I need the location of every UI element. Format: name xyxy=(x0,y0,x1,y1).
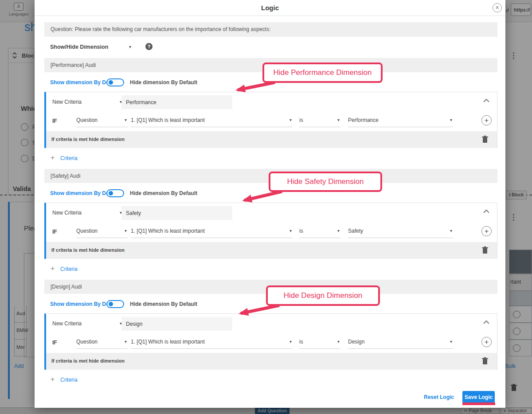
modal-title: Logic xyxy=(35,0,505,16)
hide-by-default-label: Hide dimension By Default xyxy=(130,79,197,86)
visibility-toggle[interactable] xyxy=(106,300,124,308)
chevron-down-icon: ▾ xyxy=(450,339,452,344)
condition-source-select[interactable]: Question▾ xyxy=(76,115,128,127)
toggle-knob xyxy=(109,302,113,306)
add-criteria-label: Criteria xyxy=(60,266,78,272)
close-icon[interactable]: × xyxy=(493,3,502,12)
criteria-met-label: If criteria is met hide dimension xyxy=(51,358,125,363)
add-criteria-label: Criteria xyxy=(60,155,78,161)
chevron-down-icon: ▾ xyxy=(125,228,127,233)
criteria-met-label: If criteria is met hide dimension xyxy=(51,247,125,253)
criteria-met-bar: If criteria is met hide dimension xyxy=(44,131,497,148)
help-icon[interactable]: ? xyxy=(145,43,153,50)
criteria-name-input[interactable] xyxy=(121,206,232,220)
chevron-down-icon: ▾ xyxy=(289,339,292,344)
delete-criteria-icon[interactable] xyxy=(482,246,488,254)
logic-type-select[interactable]: Show/Hide Dimension xyxy=(50,44,108,50)
operator-select[interactable]: is▾ xyxy=(299,226,340,238)
if-label: IF xyxy=(52,118,57,124)
criteria-select[interactable]: New Criteria xyxy=(52,210,82,216)
condition-source-select[interactable]: Question▾ xyxy=(76,337,128,349)
chevron-down-icon: ▾ xyxy=(125,339,127,344)
collapse-up-icon[interactable] xyxy=(483,209,489,213)
criteria-met-bar: If criteria is met hide dimension xyxy=(44,353,497,370)
condition-value-select[interactable]: Design▾ xyxy=(348,337,453,349)
chevron-down-icon[interactable]: ▾ xyxy=(129,44,131,49)
collapse-up-icon[interactable] xyxy=(483,320,489,324)
condition-question-select[interactable]: 1. [Q1] Which is least important▾ xyxy=(131,226,293,238)
screen: A Languages d https:// sho Bloc Whic P S xyxy=(0,0,532,414)
add-criteria-label: Criteria xyxy=(60,377,78,383)
chevron-down-icon: ▾ xyxy=(450,117,452,122)
toggle-knob xyxy=(109,191,113,195)
criteria-select[interactable]: New Criteria xyxy=(52,320,82,327)
condition-value-select[interactable]: Performance▾ xyxy=(348,115,453,127)
chevron-down-icon: ▾ xyxy=(337,117,340,122)
hide-by-default-label: Hide dimension By Default xyxy=(130,301,197,307)
criteria-met-bar: If criteria is met hide dimension xyxy=(44,242,497,259)
chevron-down-icon: ▾ xyxy=(337,228,340,233)
if-label: IF xyxy=(52,340,57,346)
delete-criteria-icon[interactable] xyxy=(482,357,488,365)
modal-header: Logic × xyxy=(35,0,505,16)
criteria-card: New Criteria ▾ IF Question▾ 1. [Q1] Whic… xyxy=(44,92,497,148)
condition-question-select[interactable]: 1. [Q1] Which is least important▾ xyxy=(131,115,293,127)
condition-question-select[interactable]: 1. [Q1] Which is least important▾ xyxy=(131,337,293,349)
toggle-knob xyxy=(109,80,113,85)
criteria-name-input[interactable] xyxy=(121,317,232,331)
plus-icon: + xyxy=(51,154,55,162)
annotation-hide-safety: Hide Safety Dimension xyxy=(269,172,382,192)
if-label: IF xyxy=(52,229,57,235)
criteria-card: New Criteria ▾ IF Question▾ 1. [Q1] Whic… xyxy=(44,313,497,370)
question-context-bar: Question: Please rate the following car … xyxy=(44,22,497,37)
chevron-down-icon: ▾ xyxy=(289,117,292,122)
plus-icon: + xyxy=(51,265,55,273)
chevron-down-icon: ▾ xyxy=(450,228,452,233)
chevron-down-icon: ▾ xyxy=(337,339,340,344)
annotation-save-underline xyxy=(462,402,495,405)
annotation-hide-design: Hide Design Dimension xyxy=(266,285,380,306)
add-condition-icon[interactable]: + xyxy=(481,226,492,236)
criteria-card: New Criteria ▾ IF Question▾ 1. [Q1] Whic… xyxy=(44,203,497,259)
plus-icon: + xyxy=(51,375,55,383)
condition-value-select[interactable]: Safety▾ xyxy=(348,226,453,238)
delete-criteria-icon[interactable] xyxy=(482,136,488,143)
add-condition-icon[interactable]: + xyxy=(481,337,492,347)
logic-modal: Logic × Question: Please rate the follow… xyxy=(35,0,505,408)
chevron-down-icon: ▾ xyxy=(125,117,127,122)
reset-logic-link[interactable]: Reset Logic xyxy=(424,394,454,400)
hide-by-default-label: Hide dimension By Default xyxy=(130,190,197,196)
condition-source-select[interactable]: Question▾ xyxy=(76,226,128,238)
chevron-down-icon: ▾ xyxy=(289,228,292,233)
annotation-hide-performance: Hide Performance Dimension xyxy=(262,62,383,83)
add-condition-icon[interactable]: + xyxy=(481,115,492,125)
save-logic-button[interactable]: Save Logic xyxy=(462,391,495,403)
visibility-toggle[interactable] xyxy=(106,189,124,197)
criteria-name-input[interactable] xyxy=(121,95,232,109)
collapse-up-icon[interactable] xyxy=(483,98,489,102)
operator-select[interactable]: is▾ xyxy=(299,337,340,349)
criteria-select[interactable]: New Criteria xyxy=(52,99,82,105)
criteria-met-label: If criteria is met hide dimension xyxy=(51,137,125,142)
operator-select[interactable]: is▾ xyxy=(299,115,340,127)
visibility-toggle[interactable] xyxy=(106,78,124,86)
